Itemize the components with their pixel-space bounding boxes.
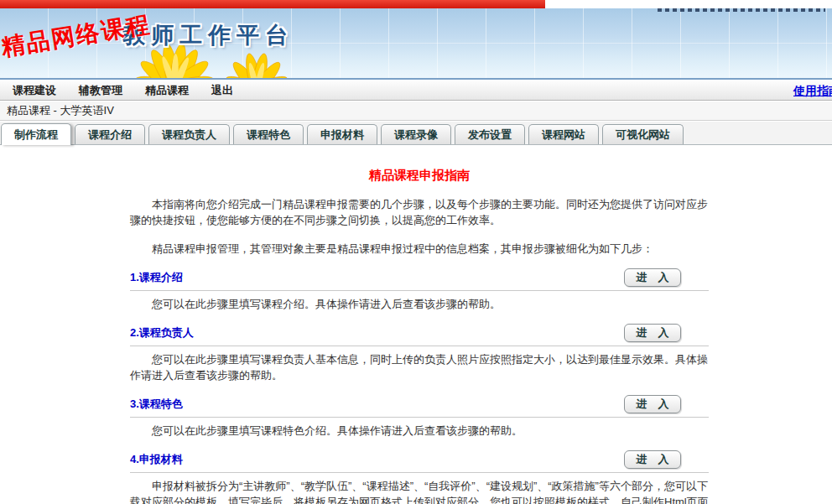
tab-course-leader[interactable]: 课程负责人	[148, 124, 230, 144]
main-content: 精品课程申报指南 本指南将向您介绍完成一门精品课程申报需要的几个步骤，以及每个步…	[0, 145, 832, 504]
section-divider	[130, 472, 709, 473]
step-section-course-features: 3.课程特色 进 入 您可以在此步骤里填写课程特色介绍。具体操作请进入后查看该步…	[130, 394, 709, 439]
step-description: 申报材料被拆分为“主讲教师”、“教学队伍”、“课程描述”、“自我评价”、“建设规…	[130, 478, 709, 504]
step-description: 您可以在此步骤里填写课程负责人基本信息，同时上传的负责人照片应按照指定大小，以达…	[130, 351, 709, 383]
section-divider	[130, 346, 709, 346]
tab-application-materials[interactable]: 申报材料	[307, 124, 377, 144]
nav-item-course-construction[interactable]: 课程建设	[13, 83, 56, 98]
page-title: 精品课程申报指南	[130, 168, 709, 184]
enter-button-course-features[interactable]: 进 入	[624, 395, 681, 413]
step-title: 1.课程介绍	[130, 270, 183, 285]
tab-publish-settings[interactable]: 发布设置	[455, 124, 525, 144]
section-divider	[130, 290, 709, 291]
tab-course-website[interactable]: 课程网站	[528, 124, 599, 144]
nav-item-exit[interactable]: 退出	[211, 83, 233, 98]
step-section-course-leader: 2.课程负责人 进 入 您可以在此步骤里填写课程负责人基本信息，同时上传的负责人…	[130, 323, 709, 383]
step-description: 您可以在此步骤里填写课程特色介绍。具体操作请进入后查看该步骤的帮助。	[130, 423, 709, 439]
tab-course-video[interactable]: 课程录像	[381, 124, 451, 144]
enter-button-course-introduction[interactable]: 进 入	[624, 268, 681, 287]
main-navbar: 课程建设 辅教管理 精品课程 退出 使用指南	[0, 80, 832, 101]
tab-strip: 制作流程 课程介绍 课程负责人 课程特色 申报材料 课程录像 发布设置 课程网站…	[0, 122, 832, 145]
nav-item-quality-courses[interactable]: 精品课程	[145, 83, 189, 98]
breadcrumb-text: 精品课程 - 大学英语IV	[7, 103, 114, 118]
step-description: 您可以在此步骤里填写课程介绍。具体操作请进入后查看该步骤的帮助。	[130, 296, 709, 312]
section-divider	[130, 417, 709, 418]
clipped-text-fragment	[658, 8, 825, 12]
step-title: 4.申报材料	[130, 452, 183, 467]
step-title: 2.课程负责人	[130, 325, 194, 340]
tab-course-introduction[interactable]: 课程介绍	[75, 124, 145, 144]
banner-header: 教师工作平台 精品网络课程	[0, 8, 832, 80]
nav-item-assistant-management[interactable]: 辅教管理	[79, 83, 122, 98]
usage-guide-link[interactable]: 使用指南	[793, 84, 832, 99]
enter-button-application-materials[interactable]: 进 入	[624, 450, 681, 469]
breadcrumb: 精品课程 - 大学英语IV	[0, 101, 832, 121]
enter-button-course-leader[interactable]: 进 入	[624, 324, 681, 342]
step-title: 3.课程特色	[130, 397, 183, 412]
tab-course-features[interactable]: 课程特色	[233, 124, 304, 144]
top-red-bar	[0, 0, 545, 8]
teacher-work-platform-page: 教师工作平台 精品网络课程 课程建设 辅教管理 精品课程 退出 使用指南 精品课…	[0, 0, 832, 504]
step-section-course-introduction: 1.课程介绍 进 入 您可以在此步骤里填写课程介绍。具体操作请进入后查看该步骤的…	[130, 268, 709, 312]
intro-paragraph-2: 精品课程申报管理，其管理对象主要是精品课程申报过程中的信息档案，其申报步骤被细化…	[130, 241, 709, 257]
intro-paragraph-1: 本指南将向您介绍完成一门精品课程申报需要的几个步骤，以及每个步骤的主要功能。同时…	[130, 196, 709, 228]
step-section-application-materials: 4.申报材料 进 入 申报材料被拆分为“主讲教师”、“教学队伍”、“课程描述”、…	[130, 449, 709, 504]
tab-production-process[interactable]: 制作流程	[1, 123, 71, 145]
tab-visual-website[interactable]: 可视化网站	[602, 124, 684, 144]
